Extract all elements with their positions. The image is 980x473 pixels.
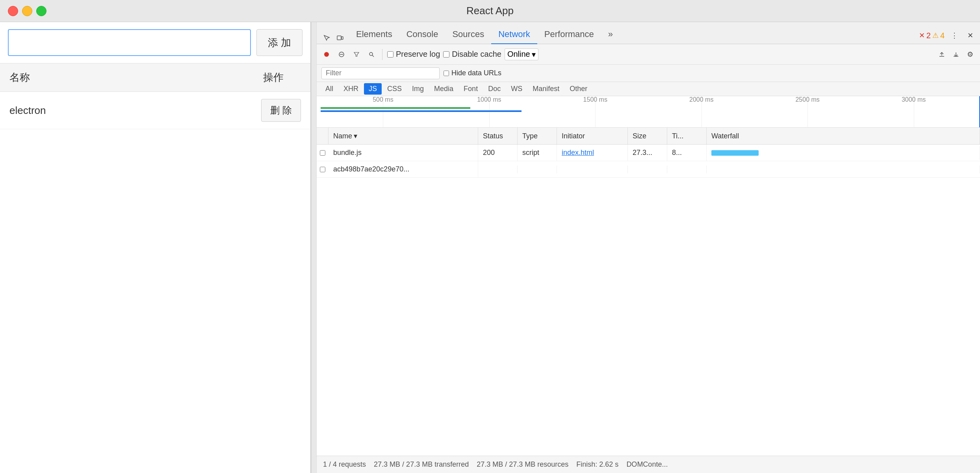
item-name: electron [9,104,261,117]
left-panel: 添 加 名称 操作 electron 删 除 [0,22,311,473]
th-type[interactable]: Type [518,128,557,144]
devtools-toolbar: Preserve log Disable cache Online ▾ [317,44,980,65]
timeline-mark-2500: 2500 ms [795,96,819,103]
delete-button[interactable]: 删 除 [261,99,301,122]
add-button[interactable]: 添 加 [256,29,303,56]
row-type-bundle: script [518,145,557,161]
dom-content: DOMConte... [626,460,668,469]
timeline-area: 500 ms 1000 ms 1500 ms 2000 ms 2500 ms 3… [317,96,980,128]
row-waterfall-bundle [707,146,980,160]
scrollbar[interactable] [311,22,317,473]
type-filter-tabs: All XHR JS CSS Img Media Font Doc [317,82,980,96]
record-button[interactable] [321,48,332,60]
timeline-mark-500: 500 ms [373,96,393,103]
filter-bar: Hide data URLs [317,65,980,82]
device-icon[interactable] [334,32,346,44]
row-status-acb498 [478,166,518,173]
close-button[interactable] [8,6,18,16]
toolbar-separator [382,49,382,60]
status-bar: 1 / 4 requests 27.3 MB / 27.3 MB transfe… [317,456,980,473]
tab-sources[interactable]: Sources [445,25,491,44]
tab-network[interactable]: Network [491,25,537,44]
table-header: 名称 操作 [0,63,310,92]
timeline-mark-2000: 2000 ms [689,96,713,103]
svg-point-6 [369,52,373,56]
warn-count: 4 [940,31,945,40]
type-tab-font[interactable]: Font [459,83,483,95]
th-initiator[interactable]: Initiator [557,128,628,144]
timeline-bar-green [321,107,470,109]
network-table-header: Name ▾ Status Type Initiator Size Ti... [317,128,980,145]
th-waterfall[interactable]: Waterfall [707,128,980,144]
type-tab-img[interactable]: Img [407,83,429,95]
type-tab-manifest[interactable]: Manifest [528,83,564,95]
row-type-acb498 [518,166,557,173]
add-input[interactable] [8,29,251,56]
toolbar-right-btns: ⚙ [936,48,976,60]
network-table: Name ▾ Status Type Initiator Size Ti... [317,128,980,456]
clear-button[interactable] [336,48,347,60]
preserve-log-group: Preserve log [387,50,440,59]
resources-info: 27.3 MB / 27.3 MB resources [477,460,568,469]
inspect-icon[interactable] [321,32,332,44]
tab-console[interactable]: Console [399,25,445,44]
disable-cache-group: Disable cache [443,50,501,59]
error-count: 2 [926,31,931,40]
devtools-close-icon[interactable]: ✕ [964,30,976,41]
row-checkbox-bundle [317,150,329,156]
th-status[interactable]: Status [478,128,518,144]
th-name[interactable]: Name ▾ [329,128,478,144]
row-size-bundle: 27.3... [628,145,667,161]
row-checkbox-acb498 [317,167,329,172]
window-title: React App [466,5,514,17]
type-tab-css[interactable]: CSS [382,83,406,95]
net-row-acb498[interactable]: acb498b7ae20c29e70... [317,161,980,178]
tab-more[interactable]: » [601,25,620,44]
tab-performance[interactable]: Performance [537,25,601,44]
row-checkbox-input-2[interactable] [320,167,325,172]
error-badge: ✕ 2 ⚠ 4 [919,31,945,40]
filter-toggle-button[interactable] [351,48,362,60]
type-tab-media[interactable]: Media [429,83,458,95]
type-tab-xhr[interactable]: XHR [339,83,363,95]
type-tab-all[interactable]: All [321,83,338,95]
type-tab-js[interactable]: JS [364,83,382,95]
svg-rect-1 [342,37,343,39]
search-button[interactable] [366,48,377,60]
maximize-button[interactable] [36,6,46,16]
th-size[interactable]: Size [628,128,667,144]
network-throttle-select[interactable]: Online ▾ [505,48,538,60]
preserve-log-checkbox[interactable] [387,51,393,58]
requests-count: 1 / 4 requests [323,460,366,469]
row-time-bundle: 8... [667,145,707,161]
download-icon[interactable] [950,48,962,60]
row-waterfall-acb498 [707,166,980,173]
transfer-info: 27.3 MB / 27.3 MB transferred [374,460,469,469]
traffic-lights [8,6,46,16]
table-row: electron 删 除 [0,92,310,129]
disable-cache-checkbox[interactable] [443,51,449,58]
tab-right-icons: ✕ 2 ⚠ 4 ⋮ ✕ [919,30,976,44]
finish-time: Finish: 2.62 s [576,460,618,469]
type-tab-doc[interactable]: Doc [483,83,505,95]
timeline-mark-1500: 1500 ms [583,96,607,103]
hide-data-urls-checkbox[interactable] [444,71,449,76]
devtools-tabbar: Elements Console Sources Network Perform… [317,22,980,44]
devtools-menu-icon[interactable]: ⋮ [948,30,960,41]
timeline-ruler: 500 ms 1000 ms 1500 ms 2000 ms 2500 ms 3… [317,96,980,106]
type-tab-other[interactable]: Other [565,83,592,95]
timeline-bar-blue [321,110,522,112]
tab-elements[interactable]: Elements [349,25,399,44]
row-initiator-acb498 [557,166,628,173]
row-initiator-bundle[interactable]: index.html [557,145,628,161]
minimize-button[interactable] [22,6,32,16]
upload-icon[interactable] [936,48,948,60]
net-row-bundle[interactable]: bundle.js 200 script index.html 27.3... … [317,145,980,161]
th-time[interactable]: Ti... [667,128,707,144]
row-checkbox-input[interactable] [320,150,325,156]
svg-point-2 [324,52,329,57]
filter-input[interactable] [321,67,440,79]
settings-icon[interactable]: ⚙ [964,48,976,60]
devtools-panel: Elements Console Sources Network Perform… [317,22,980,473]
type-tab-ws[interactable]: WS [506,83,527,95]
